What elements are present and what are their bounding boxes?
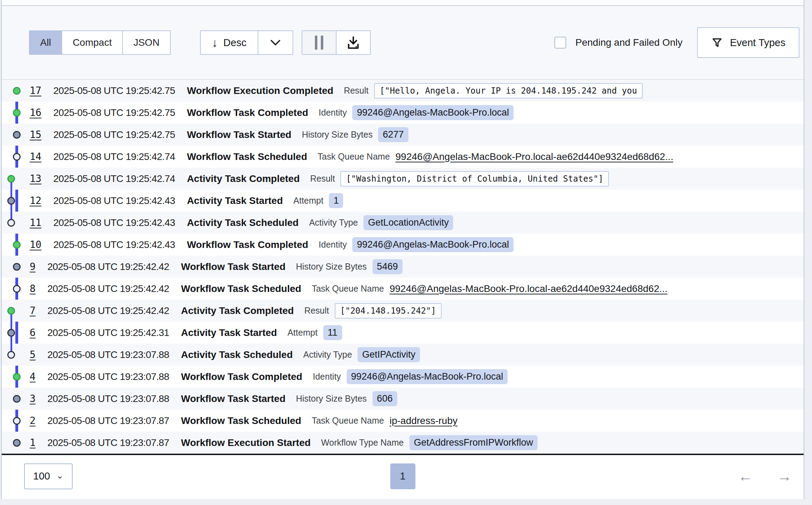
- event-name: Workflow Task Started: [181, 261, 286, 272]
- event-detail-value: GetAddressFromIPWorkflow: [409, 435, 538, 450]
- event-id-link[interactable]: 5: [30, 349, 36, 360]
- event-id-link[interactable]: 10: [30, 239, 42, 250]
- event-detail-value: 6277: [378, 127, 408, 142]
- event-types-button[interactable]: Event Types: [697, 27, 799, 58]
- event-detail-value: ["Hello, Angela. Your IP is 204.148.195.…: [374, 83, 643, 98]
- event-detail-value: 11: [323, 325, 342, 340]
- event-row[interactable]: 17 2025-05-08 UTC 19:25:42.75 Workflow E…: [2, 80, 804, 102]
- view-tab-all[interactable]: All: [30, 31, 61, 54]
- view-tab-json[interactable]: JSON: [123, 31, 170, 54]
- event-timestamp: 2025-05-08 UTC 19:25:42.43: [53, 217, 175, 228]
- event-row[interactable]: 1 2025-05-08 UTC 19:23:07.87 Workflow Ex…: [2, 432, 804, 454]
- event-detail-label: Result: [344, 86, 369, 96]
- sort-label: Desc: [223, 37, 246, 49]
- event-id-link[interactable]: 3: [30, 393, 36, 404]
- event-name: Workflow Task Scheduled: [187, 151, 307, 162]
- event-id-link[interactable]: 16: [30, 107, 42, 118]
- event-status-dot: [13, 109, 21, 117]
- event-status-dot: [13, 395, 21, 403]
- event-row[interactable]: 5 2025-05-08 UTC 19:23:07.88 Activity Ta…: [2, 344, 804, 366]
- event-row[interactable]: 13 2025-05-08 UTC 19:25:42.74 Activity T…: [2, 168, 804, 190]
- sort-desc-button[interactable]: ↓ Desc: [201, 31, 258, 54]
- event-history-table: 17 2025-05-08 UTC 19:25:42.75 Workflow E…: [2, 80, 804, 454]
- event-row[interactable]: 4 2025-05-08 UTC 19:23:07.88 Workflow Ta…: [2, 366, 804, 388]
- next-page-arrow-icon[interactable]: →: [777, 469, 792, 484]
- event-status-dot: [13, 373, 21, 381]
- event-status-dot: [7, 329, 15, 337]
- filter-icon: [711, 37, 723, 49]
- event-detail-value: 99246@Angelas-MacBook-Pro.local: [347, 369, 508, 384]
- event-id-link[interactable]: 6: [30, 327, 36, 338]
- event-row[interactable]: 7 2025-05-08 UTC 19:25:42.42 Activity Ta…: [2, 300, 804, 322]
- event-detail-value: ["204.148.195.242"]: [335, 303, 442, 319]
- event-id-link[interactable]: 15: [30, 129, 42, 140]
- event-timestamp: 2025-05-08 UTC 19:25:42.42: [47, 305, 169, 316]
- current-page-button[interactable]: 1: [390, 463, 415, 489]
- event-row[interactable]: 12 2025-05-08 UTC 19:25:42.43 Activity T…: [2, 190, 804, 212]
- event-status-dot: [13, 153, 21, 161]
- event-detail-label: History Size Bytes: [296, 394, 367, 404]
- event-status-dot: [7, 219, 15, 227]
- event-row[interactable]: 11 2025-05-08 UTC 19:25:42.43 Activity T…: [2, 212, 804, 234]
- event-timestamp: 2025-05-08 UTC 19:23:07.88: [47, 371, 169, 382]
- event-name: Workflow Execution Completed: [187, 85, 333, 96]
- sort-dropdown-button[interactable]: [258, 31, 293, 54]
- event-detail-value: ["Washington, District of Columbia, Unit…: [340, 171, 609, 186]
- view-tab-compact[interactable]: Compact: [62, 31, 122, 54]
- event-id-link[interactable]: 1: [30, 437, 36, 448]
- event-row[interactable]: 10 2025-05-08 UTC 19:25:42.43 Workflow T…: [2, 234, 804, 256]
- event-detail-value[interactable]: 99246@Angelas-MacBook-Pro.local-ae62d440…: [396, 151, 673, 162]
- event-timestamp: 2025-05-08 UTC 19:25:42.43: [53, 195, 175, 206]
- event-detail-label: Result: [304, 306, 329, 316]
- event-detail-value: GetLocationActivity: [363, 215, 453, 230]
- event-id-link[interactable]: 12: [30, 195, 42, 206]
- pending-failed-label: Pending and Failed Only: [575, 37, 682, 48]
- event-status-dot: [13, 285, 21, 293]
- event-row[interactable]: 8 2025-05-08 UTC 19:25:42.42 Workflow Ta…: [2, 278, 804, 300]
- pagination-arrows: ← →: [738, 469, 792, 484]
- event-status-dot: [13, 439, 21, 447]
- event-row[interactable]: 15 2025-05-08 UTC 19:25:42.75 Workflow T…: [2, 124, 804, 146]
- event-id-link[interactable]: 8: [30, 283, 36, 294]
- event-id-link[interactable]: 13: [30, 173, 42, 184]
- event-detail-label: Activity Type: [303, 350, 352, 360]
- event-id-link[interactable]: 17: [30, 85, 42, 96]
- event-detail-value: 606: [372, 391, 397, 406]
- pending-failed-checkbox[interactable]: [554, 37, 566, 49]
- event-row[interactable]: 9 2025-05-08 UTC 19:25:42.42 Workflow Ta…: [2, 256, 804, 278]
- event-timestamp: 2025-05-08 UTC 19:23:07.88: [47, 393, 169, 404]
- event-timestamp: 2025-05-08 UTC 19:25:42.74: [53, 173, 175, 184]
- event-detail-label: Attempt: [293, 196, 323, 206]
- event-detail-value[interactable]: ip-address-ruby: [390, 415, 458, 426]
- event-timestamp: 2025-05-08 UTC 19:25:42.74: [53, 151, 175, 162]
- event-status-dot: [7, 197, 15, 205]
- event-detail-label: Attempt: [287, 328, 317, 338]
- event-detail-label: Result: [310, 174, 335, 184]
- page-size-select[interactable]: 100 ⌄: [24, 463, 73, 489]
- event-id-link[interactable]: 7: [30, 305, 36, 316]
- prev-page-arrow-icon[interactable]: ←: [738, 469, 753, 484]
- event-timestamp: 2025-05-08 UTC 19:25:42.75: [53, 129, 175, 140]
- event-row[interactable]: 14 2025-05-08 UTC 19:25:42.74 Workflow T…: [2, 146, 804, 168]
- event-status-dot: [13, 417, 21, 425]
- event-status-dot: [7, 175, 15, 183]
- arrow-down-icon: ↓: [212, 37, 218, 49]
- sort-control: ↓ Desc: [200, 30, 293, 55]
- event-id-link[interactable]: 2: [30, 415, 36, 426]
- event-row[interactable]: 2 2025-05-08 UTC 19:23:07.87 Workflow Ta…: [2, 410, 804, 432]
- event-name: Workflow Task Started: [181, 393, 286, 404]
- event-name: Activity Task Started: [181, 327, 277, 338]
- event-name: Workflow Task Completed: [187, 107, 308, 118]
- event-detail-value[interactable]: 99246@Angelas-MacBook-Pro.local-ae62d440…: [390, 283, 667, 294]
- event-row[interactable]: 6 2025-05-08 UTC 19:25:42.31 Activity Ta…: [2, 322, 804, 344]
- event-name: Activity Task Scheduled: [187, 217, 298, 228]
- event-id-link[interactable]: 14: [30, 151, 42, 162]
- event-id-link[interactable]: 11: [30, 217, 42, 228]
- download-button[interactable]: [336, 31, 370, 54]
- event-id-link[interactable]: 4: [30, 371, 36, 382]
- event-row[interactable]: 3 2025-05-08 UTC 19:23:07.88 Workflow Ta…: [2, 388, 804, 410]
- event-status-dot: [13, 87, 21, 95]
- event-id-link[interactable]: 9: [30, 261, 36, 272]
- event-row[interactable]: 16 2025-05-08 UTC 19:25:42.75 Workflow T…: [2, 102, 804, 124]
- pause-button[interactable]: [302, 31, 336, 54]
